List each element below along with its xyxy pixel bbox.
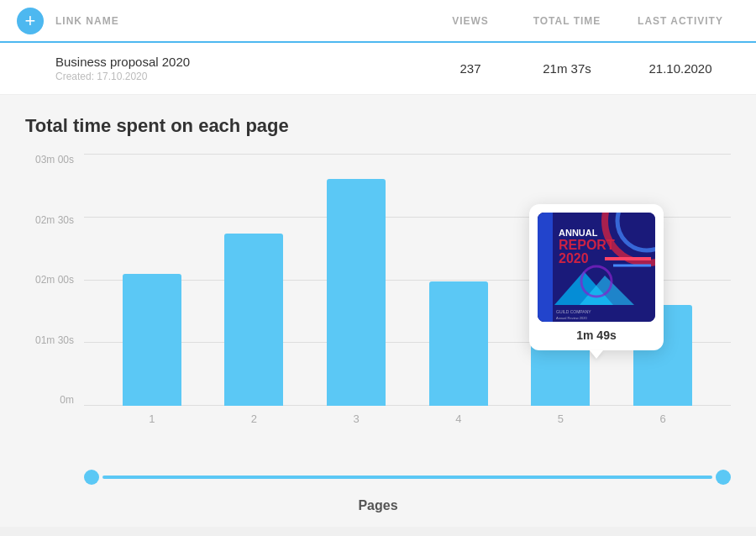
- x-label-3: 3: [327, 413, 386, 425]
- link-info: Business proposal 2020 Created: 17.10.20…: [55, 55, 428, 82]
- svg-text:GUILD COMPANY: GUILD COMPANY: [556, 309, 591, 314]
- y-label-2: 02m 30s: [35, 214, 74, 226]
- link-created: Created: 17.10.2020: [55, 71, 428, 82]
- bar-group-1: [123, 274, 181, 406]
- x-label-2: 2: [224, 413, 283, 425]
- col-views-header: VIEWS: [428, 15, 512, 27]
- y-label-3: 02m 00s: [35, 274, 74, 286]
- link-name: Business proposal 2020: [55, 55, 428, 69]
- last-activity-value: 21.10.2020: [622, 61, 739, 76]
- svg-text:Annual Review 2020: Annual Review 2020: [556, 316, 587, 320]
- bar-3[interactable]: [327, 179, 386, 406]
- slider-track[interactable]: [102, 476, 712, 479]
- bar-group-3: [327, 179, 386, 406]
- chart-container: 03m 00s 02m 30s 02m 00s 01m 30s 0m: [25, 154, 731, 431]
- y-label-4: 01m 30s: [35, 334, 74, 346]
- y-axis: 03m 00s 02m 30s 02m 00s 01m 30s 0m: [25, 154, 84, 431]
- bar-1[interactable]: [123, 274, 181, 406]
- x-label-5: 5: [531, 413, 590, 425]
- tooltip-popup: ANNUAL REPORT 2020 GU: [529, 204, 664, 350]
- slider-thumb-right[interactable]: [716, 470, 731, 485]
- data-row[interactable]: Business proposal 2020 Created: 17.10.20…: [0, 43, 756, 95]
- header-row: + LINK NAME VIEWS TOTAL TIME LAST ACTIVI…: [0, 0, 756, 43]
- x-labels: 1 2 3 4 5 6: [84, 406, 731, 431]
- views-value: 237: [428, 61, 512, 76]
- bar-2[interactable]: [224, 234, 283, 406]
- tooltip-time: 1m 49s: [538, 328, 655, 342]
- x-label-1: 1: [123, 413, 181, 425]
- y-label-5: 0m: [60, 394, 74, 406]
- svg-text:REPORT: REPORT: [559, 238, 615, 252]
- x-label-4: 4: [429, 413, 488, 425]
- bar-4[interactable]: [429, 281, 488, 406]
- total-time-value: 21m 37s: [512, 61, 622, 76]
- slider-thumb-left[interactable]: [84, 470, 99, 485]
- svg-text:ANNUAL: ANNUAL: [559, 228, 598, 238]
- x-label-6: 6: [633, 413, 692, 425]
- add-button[interactable]: +: [17, 8, 44, 34]
- tooltip-thumbnail: ANNUAL REPORT 2020 GU: [538, 213, 655, 322]
- svg-rect-1: [538, 213, 553, 322]
- pages-label: Pages: [0, 493, 756, 527]
- chart-section: Total time spent on each page 03m 00s 02…: [0, 95, 756, 456]
- svg-text:2020: 2020: [559, 251, 589, 265]
- chart-inner: 1 2 3 4 5 6: [84, 154, 731, 431]
- bar-group-2: [224, 234, 283, 406]
- col-last-activity-header: LAST ACTIVITY: [622, 15, 739, 27]
- bar-group-4: [429, 281, 488, 406]
- slider-container: [0, 456, 756, 493]
- col-link-name-header: LINK NAME: [55, 15, 428, 27]
- col-total-time-header: TOTAL TIME: [512, 15, 622, 27]
- chart-title: Total time spent on each page: [25, 115, 731, 137]
- y-label-1: 03m 00s: [35, 154, 74, 166]
